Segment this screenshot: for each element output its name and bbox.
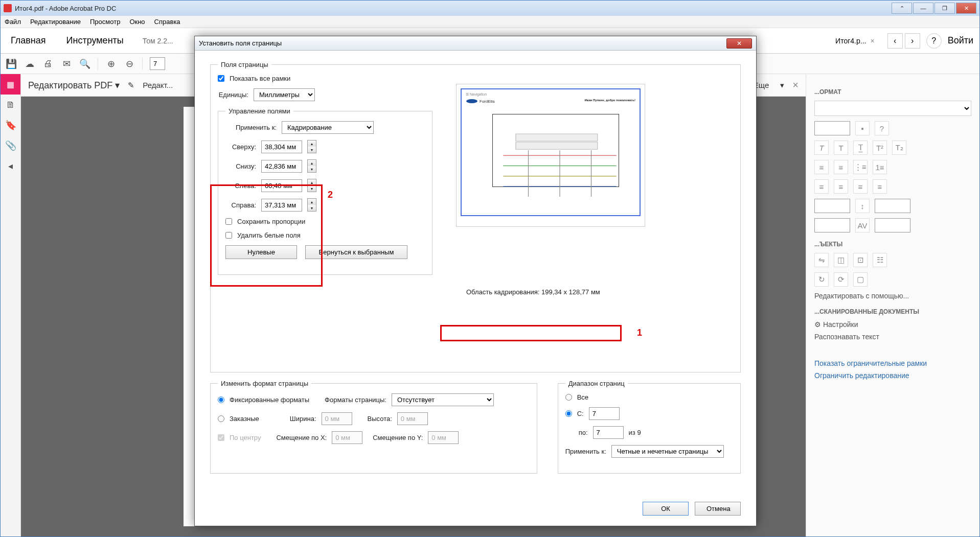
number-list-icon[interactable]: 1≡ bbox=[873, 160, 887, 174]
fixed-format-radio[interactable] bbox=[218, 396, 224, 403]
doc-tab[interactable]: Том 2.2... bbox=[134, 32, 182, 50]
tab-home[interactable]: Главная bbox=[1, 28, 56, 53]
bottom-label: Снизу: bbox=[225, 162, 256, 170]
align-icon-3[interactable]: ≡ bbox=[853, 179, 868, 194]
restrict-edit-link[interactable]: Ограничить редактирование bbox=[814, 371, 971, 380]
width-label: Ширина: bbox=[290, 415, 316, 423]
custom-format-radio[interactable] bbox=[218, 415, 224, 422]
bookmark-icon[interactable]: 🔖 bbox=[1, 115, 20, 135]
bullet-list-icon[interactable]: ⋮≡ bbox=[853, 160, 868, 174]
flip-v-icon[interactable]: ◫ bbox=[834, 253, 848, 267]
units-label: Единицы: bbox=[218, 91, 248, 99]
login-button[interactable]: Войти bbox=[948, 35, 973, 46]
print-icon[interactable]: 🖨 bbox=[42, 58, 54, 69]
italic-icon[interactable]: T bbox=[834, 141, 848, 155]
menu-help[interactable]: Справка bbox=[154, 18, 180, 26]
save-icon[interactable]: 💾 bbox=[6, 58, 17, 69]
center-checkbox bbox=[218, 434, 224, 441]
dialog-close-button[interactable]: ✕ bbox=[726, 38, 752, 49]
restore-button[interactable]: ❐ bbox=[935, 3, 955, 14]
crop-area-info: Область кадрирования: 199,34 x 128,77 мм bbox=[466, 288, 600, 296]
cloud-icon[interactable]: ☁ bbox=[24, 58, 35, 69]
flip-h-icon[interactable]: ⇋ bbox=[814, 253, 829, 267]
replace-icon[interactable]: ⟳ bbox=[834, 272, 848, 287]
annotation-label-2: 2 bbox=[328, 190, 333, 200]
help-down-button[interactable]: ⌃ bbox=[892, 3, 912, 14]
collapse-icon[interactable]: ◂ bbox=[1, 156, 20, 176]
show-frames-checkbox[interactable] bbox=[218, 75, 224, 82]
align-center-icon[interactable]: ≡ bbox=[834, 160, 848, 174]
spacing-input-1[interactable] bbox=[814, 199, 850, 213]
char-spacing-icon[interactable]: AV bbox=[855, 218, 870, 232]
line-spacing-icon[interactable]: ↕ bbox=[855, 199, 870, 213]
menu-view[interactable]: Просмотр bbox=[90, 18, 120, 26]
from-label: С: bbox=[577, 410, 584, 417]
edit-with-link[interactable]: Редактировать с помощью... bbox=[814, 292, 971, 300]
color-picker[interactable]: ▪ bbox=[855, 121, 870, 135]
top-label: Сверху: bbox=[225, 143, 256, 151]
bottom-spinner[interactable]: ▲▼ bbox=[307, 159, 316, 173]
page-number-input[interactable] bbox=[150, 57, 165, 70]
menu-edit[interactable]: Редактирование bbox=[30, 18, 81, 26]
units-select[interactable]: Миллиметры bbox=[254, 88, 315, 101]
page-up-icon[interactable]: ⊕ bbox=[105, 58, 117, 69]
from-input[interactable] bbox=[589, 407, 620, 420]
tracking-input[interactable] bbox=[875, 218, 910, 232]
tab-prev-button[interactable]: ‹ bbox=[887, 33, 903, 49]
tab-close-icon[interactable]: × bbox=[870, 37, 874, 45]
font-dropdown[interactable] bbox=[814, 101, 971, 116]
align-icon-2[interactable]: ≡ bbox=[834, 179, 848, 194]
top-input[interactable] bbox=[261, 141, 302, 153]
align-icon-4[interactable]: ≡ bbox=[873, 179, 887, 194]
arrange-icon[interactable]: ☷ bbox=[873, 253, 887, 267]
tab-tools[interactable]: Инструменты bbox=[56, 28, 134, 53]
subscript-icon[interactable]: T₂ bbox=[892, 141, 906, 155]
menu-file[interactable]: Файл bbox=[5, 18, 21, 26]
attachment-icon[interactable]: 📎 bbox=[1, 135, 20, 156]
search-icon[interactable]: 🔍 bbox=[79, 58, 90, 69]
menubar: Файл Редактирование Просмотр Окно Справк… bbox=[1, 16, 979, 28]
page-fields-legend: Поля страницы bbox=[218, 61, 271, 68]
help-button[interactable]: ? bbox=[926, 33, 942, 49]
edit-tool-icon[interactable]: ✎ bbox=[128, 81, 134, 90]
settings-link[interactable]: ⚙ Настройки bbox=[814, 320, 971, 329]
all-pages-radio[interactable] bbox=[565, 394, 572, 401]
edit-pdf-title[interactable]: Редактировать PDF ▾ bbox=[28, 80, 120, 91]
custom-format-label: Заказные bbox=[230, 415, 259, 423]
rotate-icon[interactable]: ↻ bbox=[814, 272, 829, 287]
panel-close-icon[interactable]: × bbox=[792, 79, 799, 91]
pages-icon[interactable]: 🗎 bbox=[1, 95, 20, 115]
align-icon[interactable]: ≡ bbox=[814, 179, 829, 194]
align-left-icon[interactable]: ≡ bbox=[814, 160, 829, 174]
kerning-input[interactable] bbox=[814, 218, 850, 232]
close-button[interactable]: ✕ bbox=[956, 3, 976, 14]
doc-tab-active[interactable]: Итог4.p... × bbox=[827, 32, 883, 50]
bold-icon[interactable]: T bbox=[814, 141, 829, 155]
annotation-box-1 bbox=[440, 325, 622, 341]
stack-icon[interactable]: ▢ bbox=[853, 272, 868, 287]
edit-pdf-tool-icon[interactable]: ▦ bbox=[1, 74, 20, 95]
show-bounds-link[interactable]: Показать ограничительные рамки bbox=[814, 359, 971, 367]
spacing-input-2[interactable] bbox=[875, 199, 910, 213]
mail-icon[interactable]: ✉ bbox=[61, 58, 72, 69]
from-page-radio[interactable] bbox=[565, 410, 572, 417]
page-down-icon[interactable]: ⊖ bbox=[124, 58, 135, 69]
page-format-select[interactable]: Отсутствует bbox=[392, 393, 494, 406]
crop-dialog: Установить поля страницы ✕ Поля страницы… bbox=[194, 36, 757, 526]
font-size-input[interactable] bbox=[814, 121, 850, 135]
menu-window[interactable]: Окно bbox=[129, 18, 145, 26]
crop-obj-icon[interactable]: ⊡ bbox=[853, 253, 868, 267]
underline-icon[interactable]: T̲ bbox=[853, 141, 868, 155]
apply-to-2-select[interactable]: Четные и нечетные страницы bbox=[611, 445, 724, 458]
edit-tool-label[interactable]: Редакт... bbox=[143, 81, 173, 89]
bottom-input[interactable] bbox=[261, 160, 302, 173]
to-input[interactable] bbox=[593, 426, 624, 439]
cancel-button[interactable]: Отмена bbox=[695, 502, 741, 516]
tab-next-button[interactable]: › bbox=[905, 33, 920, 49]
ok-button[interactable]: ОК bbox=[643, 502, 689, 516]
apply-to-select[interactable]: Кадрирование bbox=[282, 121, 374, 134]
top-spinner[interactable]: ▲▼ bbox=[307, 140, 316, 153]
superscript-icon[interactable]: T² bbox=[873, 141, 887, 155]
minimize-button[interactable]: — bbox=[913, 3, 933, 14]
info-icon[interactable]: ? bbox=[875, 121, 889, 135]
